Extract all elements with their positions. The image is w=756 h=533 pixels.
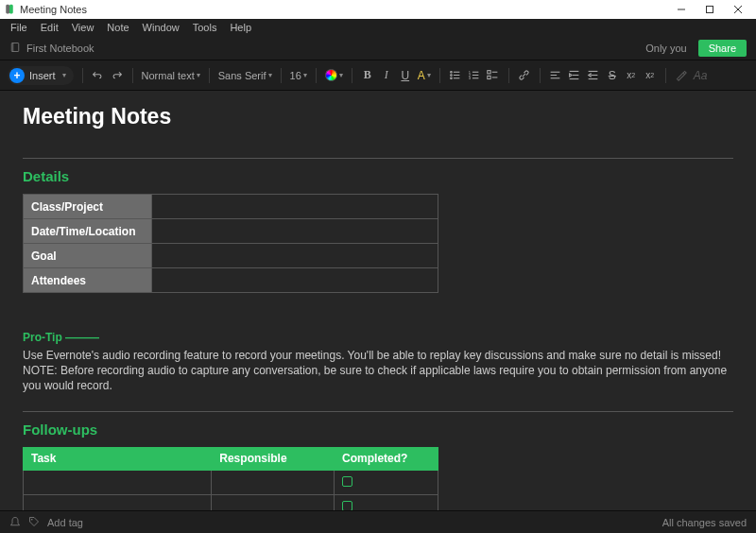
font-family-select[interactable]: Sans Serif▾	[218, 70, 272, 81]
window-titlebar: Meeting Notes	[0, 0, 756, 19]
details-value[interactable]	[152, 195, 438, 219]
details-label[interactable]: Class/Project	[24, 195, 152, 219]
share-button[interactable]: Share	[698, 40, 747, 57]
tag-icon[interactable]	[28, 516, 40, 529]
svg-rect-18	[488, 71, 490, 74]
font-size-select[interactable]: 16▾	[290, 70, 307, 81]
divider	[23, 158, 733, 159]
details-label[interactable]: Attendees	[24, 268, 152, 293]
svg-point-8	[451, 75, 453, 77]
redo-button[interactable]	[111, 69, 124, 81]
details-label[interactable]: Goal	[24, 244, 152, 268]
svg-rect-20	[488, 76, 490, 78]
window-minimize-button[interactable]	[667, 0, 696, 19]
insert-button[interactable]: + Insert ▾	[8, 66, 74, 85]
protip-body: Use Evernote's audio recording feature t…	[23, 348, 733, 394]
svg-rect-1	[707, 7, 713, 13]
highlight-button[interactable]: A▾	[418, 69, 431, 82]
notebook-icon	[9, 42, 21, 55]
followup-responsible-cell[interactable]	[212, 470, 335, 494]
window-maximize-button[interactable]	[696, 0, 724, 19]
paragraph-style-select[interactable]: Normal text▾	[142, 70, 200, 81]
subscript-button[interactable]: x2	[644, 70, 657, 80]
strikethrough-button[interactable]: S	[606, 69, 619, 82]
app-icon	[4, 4, 15, 15]
bulleted-list-button[interactable]	[449, 69, 462, 81]
checkbox-icon[interactable]	[342, 476, 352, 487]
menu-help[interactable]: Help	[223, 20, 258, 35]
followups-table: Task Responsible Completed?	[23, 447, 438, 510]
note-title[interactable]: Meeting Notes	[23, 104, 733, 129]
note-editor[interactable]: Meeting Notes Details Class/Project Date…	[0, 91, 756, 510]
svg-point-6	[451, 71, 453, 73]
superscript-button[interactable]: x2	[625, 70, 638, 80]
table-row: Class/Project	[24, 195, 438, 219]
divider	[23, 411, 733, 412]
outdent-button[interactable]	[587, 69, 600, 81]
chevron-down-icon: ▾	[62, 71, 66, 79]
italic-button[interactable]: I	[380, 68, 393, 82]
table-row: Goal	[24, 244, 438, 268]
menu-file[interactable]: File	[4, 20, 34, 35]
checklist-button[interactable]	[487, 69, 500, 81]
svg-point-10	[451, 77, 453, 79]
details-table: Class/Project Date/Time/Location Goal At…	[23, 194, 438, 293]
menu-bar: File Edit View Note Window Tools Help	[0, 19, 756, 36]
more-formatting-button[interactable]: Aa	[694, 69, 708, 82]
svg-text:3: 3	[469, 76, 472, 80]
add-tag-button[interactable]: Add tag	[47, 517, 83, 528]
protip-heading: Pro-Tip ———	[23, 331, 733, 344]
status-bar: Add tag All changes saved	[0, 510, 756, 533]
link-button[interactable]	[518, 69, 531, 81]
numbered-list-button[interactable]: 123	[468, 69, 481, 81]
checkbox-icon[interactable]	[342, 501, 352, 510]
window-close-button[interactable]	[724, 0, 752, 19]
notebook-bar: First Notebook Only you Share	[0, 36, 756, 60]
followup-task-cell[interactable]	[24, 494, 212, 510]
followup-responsible-cell[interactable]	[212, 494, 335, 510]
table-row: Date/Time/Location	[24, 219, 438, 244]
menu-window[interactable]: Window	[136, 20, 186, 35]
menu-view[interactable]: View	[65, 20, 101, 35]
followups-col-responsible: Responsible	[212, 447, 335, 470]
plus-icon: +	[9, 68, 25, 83]
save-status: All changes saved	[662, 517, 747, 528]
bold-button[interactable]: B	[361, 68, 374, 82]
table-row: Attendees	[24, 268, 438, 293]
menu-tools[interactable]: Tools	[186, 20, 224, 35]
table-row	[24, 494, 438, 510]
underline-button[interactable]: U	[399, 69, 412, 82]
svg-point-31	[31, 519, 33, 521]
indent-button[interactable]	[568, 69, 581, 81]
menu-edit[interactable]: Edit	[34, 20, 65, 35]
insert-label: Insert	[29, 70, 56, 81]
details-value[interactable]	[152, 244, 438, 268]
followups-heading: Follow-ups	[23, 421, 733, 438]
align-left-button[interactable]	[549, 69, 562, 81]
access-label[interactable]: Only you	[645, 43, 686, 54]
window-title: Meeting Notes	[20, 4, 87, 15]
protip-line: Use Evernote's audio recording feature t…	[23, 349, 721, 362]
details-value[interactable]	[152, 268, 438, 293]
followups-col-task: Task	[24, 447, 212, 470]
followups-col-completed: Completed?	[335, 447, 438, 470]
color-wheel-icon	[325, 69, 337, 81]
undo-button[interactable]	[92, 69, 105, 81]
followup-completed-cell[interactable]	[335, 470, 438, 494]
reminder-icon[interactable]	[9, 516, 21, 529]
ai-edit-button[interactable]	[675, 69, 688, 81]
followup-task-cell[interactable]	[24, 470, 212, 494]
notebook-name[interactable]: First Notebook	[26, 43, 94, 54]
details-heading: Details	[23, 168, 733, 184]
table-row	[24, 470, 438, 494]
protip-line: NOTE: Before recording audio to capture …	[23, 364, 727, 392]
formatting-toolbar: + Insert ▾ Normal text▾ Sans Serif▾ 16▾ …	[0, 60, 756, 91]
font-color-button[interactable]: ▾	[325, 69, 343, 81]
menu-note[interactable]: Note	[100, 20, 135, 35]
details-value[interactable]	[152, 219, 438, 244]
details-label[interactable]: Date/Time/Location	[24, 219, 152, 244]
followup-completed-cell[interactable]	[335, 494, 438, 510]
